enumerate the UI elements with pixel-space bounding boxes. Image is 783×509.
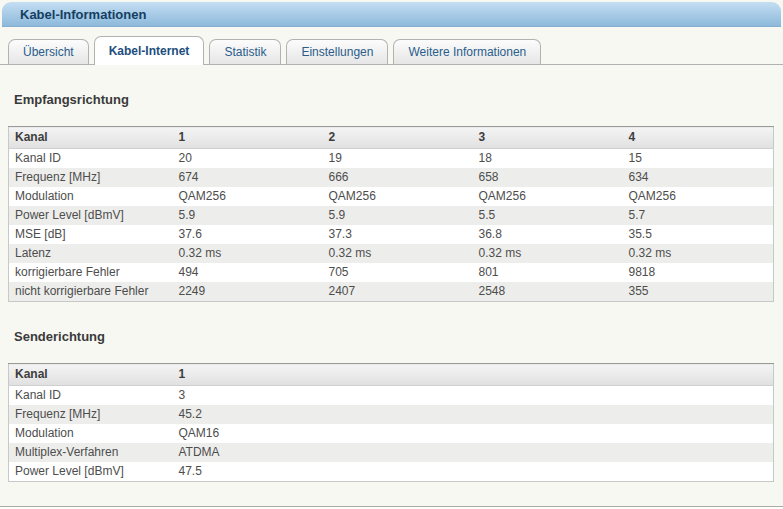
cell-value: 36.8 [473,225,623,244]
cell-value: ATDMA [173,443,774,462]
page-header-bar: Kabel-Informationen [2,2,781,27]
row-label: Modulation [9,424,173,443]
table-row: nicht korrigierbare Fehler22492407254835… [9,282,774,302]
table-row: korrigierbare Fehler4947058019818 [9,263,774,282]
cell-value: 18 [473,149,623,169]
cell-value: 5.7 [623,206,774,225]
table-row: Power Level [dBmV]5.95.95.55.7 [9,206,774,225]
table-row: Latenz0.32 ms0.32 ms0.32 ms0.32 ms [9,244,774,263]
section-title-empfangsrichtung: Empfangsrichtung [14,92,775,107]
cell-value: 15 [623,149,774,169]
cell-value: 9818 [623,263,774,282]
tab-content: Empfangsrichtung Kanal1234Kanal ID201918… [0,92,783,482]
cell-value: QAM256 [323,187,473,206]
cell-value: 5.9 [173,206,323,225]
table-row: MSE [dB]37.637.336.835.5 [9,225,774,244]
cell-value: 0.32 ms [323,244,473,263]
empfangsrichtung-table: Kanal1234Kanal ID20191815Frequenz [MHz]6… [8,126,774,302]
cell-value: QAM256 [173,187,323,206]
row-label: Kanal ID [9,149,173,169]
cell-value: 0.32 ms [173,244,323,263]
tab-kabel-internet[interactable]: Kabel-Internet [94,36,205,65]
table-row: Kanal ID3 [9,386,774,406]
cell-value: 801 [473,263,623,282]
cell-value: QAM256 [473,187,623,206]
column-header: 3 [473,127,623,149]
tab-übersicht[interactable]: Übersicht [8,39,89,65]
cell-value: 494 [173,263,323,282]
section-title-senderichtung: Senderichtung [14,329,775,344]
row-label: Power Level [dBmV] [9,462,173,482]
cell-value: 666 [323,168,473,187]
cell-value: 35.5 [623,225,774,244]
row-label: Modulation [9,187,173,206]
cell-value: 634 [623,168,774,187]
cell-value: QAM256 [623,187,774,206]
cell-value: 2249 [173,282,323,302]
row-label: Latenz [9,244,173,263]
cell-value: 5.9 [323,206,473,225]
table-header-row: Kanal1234 [9,127,774,149]
tab-einstellungen[interactable]: Einstellungen [286,39,388,65]
row-label: Multiplex-Verfahren [9,443,173,462]
tab-bar: ÜbersichtKabel-InternetStatistikEinstell… [0,38,783,65]
page-title: Kabel-Informationen [20,7,146,22]
cell-value: 3 [173,386,774,406]
row-label: Frequenz [MHz] [9,405,173,424]
row-label: korrigierbare Fehler [9,263,173,282]
row-label: Kanal ID [9,386,173,406]
kabel-informationen-page: Kabel-Informationen ÜbersichtKabel-Inter… [0,2,783,509]
cell-value: 355 [623,282,774,302]
column-header: 2 [323,127,473,149]
column-header: 1 [173,127,323,149]
cell-value: 705 [323,263,473,282]
cell-value: 0.32 ms [623,244,774,263]
cell-value: 37.3 [323,225,473,244]
row-label: MSE [dB] [9,225,173,244]
row-label: nicht korrigierbare Fehler [9,282,173,302]
cell-value: 5.5 [473,206,623,225]
table-row: Frequenz [MHz]674666658634 [9,168,774,187]
column-header: 4 [623,127,774,149]
column-header: Kanal [9,364,173,386]
cell-value: 45.2 [173,405,774,424]
cell-value: 2548 [473,282,623,302]
cell-value: 674 [173,168,323,187]
table-row: Kanal ID20191815 [9,149,774,169]
table-row: Power Level [dBmV]47.5 [9,462,774,482]
row-label: Power Level [dBmV] [9,206,173,225]
cell-value: QAM16 [173,424,774,443]
table-row: ModulationQAM16 [9,424,774,443]
table-row: Frequenz [MHz]45.2 [9,405,774,424]
cell-value: 37.6 [173,225,323,244]
cell-value: 20 [173,149,323,169]
column-header: Kanal [9,127,173,149]
row-label: Frequenz [MHz] [9,168,173,187]
tab-statistik[interactable]: Statistik [209,39,281,65]
table-row: ModulationQAM256QAM256QAM256QAM256 [9,187,774,206]
senderichtung-table: Kanal1Kanal ID3Frequenz [MHz]45.2Modulat… [8,363,774,482]
cell-value: 19 [323,149,473,169]
cell-value: 2407 [323,282,473,302]
cell-value: 0.32 ms [473,244,623,263]
table-row: Multiplex-VerfahrenATDMA [9,443,774,462]
cell-value: 47.5 [173,462,774,482]
tab-weitere-informationen[interactable]: Weitere Informationen [393,39,541,65]
column-header: 1 [173,364,774,386]
cell-value: 658 [473,168,623,187]
table-header-row: Kanal1 [9,364,774,386]
